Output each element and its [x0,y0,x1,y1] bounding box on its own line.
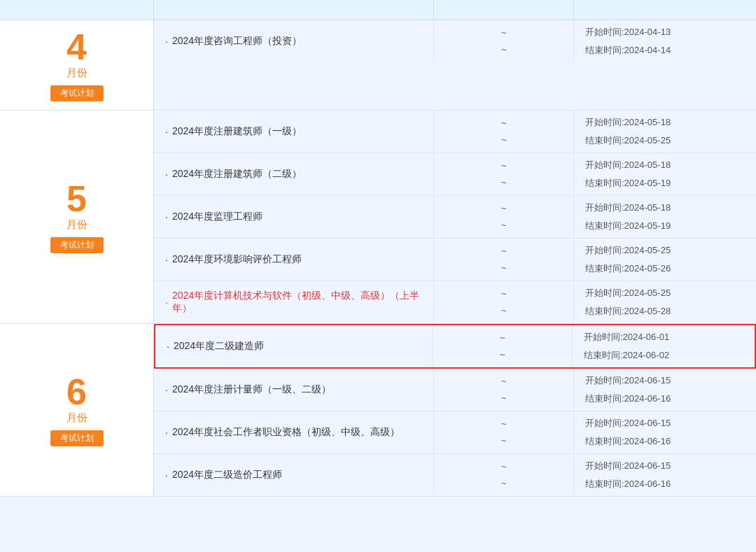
exam-name-2-1: ·2024年度注册计量师（一级、二级） [154,369,434,411]
time-cell-2-3: 开始时间:2024-06-15 结束时间:2024-06-16 [574,454,756,496]
start-time: 开始时间:2024-06-01 [584,328,743,346]
exam-name-1-4: ·2024年度计算机技术与软件（初级、中级、高级）（上半年） [154,281,434,323]
end-time: 结束时间:2024-06-16 [585,432,745,451]
exam-name-1-1: ·2024年度注册建筑师（二级） [154,153,434,195]
time-cell-1-0: 开始时间:2024-05-18 结束时间:2024-05-25 [574,111,756,153]
exam-row-1-4: ·2024年度计算机技术与软件（初级、中级、高级）（上半年） ~ ~ 开始时间:… [154,281,756,323]
end-time: 结束时间:2024-05-19 [585,217,745,235]
month-group-4: 4 月份 考试计划 ·2024年度咨询工程师（投资） ~ ~ 开始时间:2024… [0,20,756,111]
reg-cell-2-2: ~ ~ [434,411,574,453]
end-time: 结束时间:2024-06-16 [585,475,745,493]
exam-name-1-2: ·2024年度监理工程师 [154,196,434,238]
time-cell-2-2: 开始时间:2024-06-15 结束时间:2024-06-16 [574,411,756,453]
exam-name-text: 2024年度监理工程师 [172,211,262,223]
month-number: 4 [66,29,87,65]
month-group-5: 5 月份 考试计划 ·2024年度注册建筑师（一级） ~ ~ 开始时间:2024… [0,111,756,324]
start-time: 开始时间:2024-05-25 [585,241,745,260]
time-cell-1-4: 开始时间:2024-05-25 结束时间:2024-05-28 [574,281,756,323]
start-time: 开始时间:2024-06-15 [585,371,745,390]
end-time: 结束时间:2024-04-14 [585,41,745,59]
month-number: 6 [66,374,87,410]
exam-name-1-3: ·2024年度环境影响评价工程师 [154,239,434,281]
exam-row-2-0: ·2024年度二级建造师 ~ ~ 开始时间:2024-06-01 结束时间:20… [154,324,756,369]
header-reg [434,0,574,20]
exam-name-text: 2024年度二级建造师 [174,340,264,353]
exam-name-text: 2024年度注册计量师（一级、二级） [172,383,331,396]
reg-tilde1: ~ [500,373,506,390]
exam-row-2-2: ·2024年度社会工作者职业资格（初级、中级、高级） ~ ~ 开始时间:2024… [154,411,756,454]
header-time [574,0,756,20]
month-cell-6: 6 月份 考试计划 [0,324,154,496]
exam-row-1-2: ·2024年度监理工程师 ~ ~ 开始时间:2024-05-18 结束时间:20… [154,196,756,239]
exam-name-2-2: ·2024年度社会工作者职业资格（初级、中级、高级） [154,411,434,453]
exam-row-1-1: ·2024年度注册建筑师（二级） ~ ~ 开始时间:2024-05-18 结束时… [154,153,756,196]
exam-name-text: 2024年度注册建筑师（一级） [172,125,302,138]
month-suffix: 月份 [66,66,88,80]
month-number: 5 [66,181,87,217]
reg-tilde2: ~ [500,475,506,492]
exam-row-2-3: ·2024年度二级造价工程师 ~ ~ 开始时间:2024-06-15 结束时间:… [154,454,756,496]
time-cell-1-2: 开始时间:2024-05-18 结束时间:2024-05-19 [574,196,756,238]
reg-tilde2: ~ [500,217,506,234]
exam-row-2-1: ·2024年度注册计量师（一级、二级） ~ ~ 开始时间:2024-06-15 … [154,369,756,411]
end-time: 结束时间:2024-06-16 [585,390,745,408]
reg-cell-2-0: ~ ~ [433,325,573,367]
start-time: 开始时间:2024-05-18 [585,199,745,217]
reg-tilde1: ~ [499,330,505,346]
exam-name-text: 2024年度注册建筑师（二级） [172,168,302,181]
start-time: 开始时间:2024-05-25 [585,284,745,302]
exam-row-1-3: ·2024年度环境影响评价工程师 ~ ~ 开始时间:2024-05-25 结束时… [154,239,756,281]
exam-row-1-0: ·2024年度注册建筑师（一级） ~ ~ 开始时间:2024-05-18 结束时… [154,111,756,153]
table-body: 4 月份 考试计划 ·2024年度咨询工程师（投资） ~ ~ 开始时间:2024… [0,20,756,497]
exam-name-0-0: ·2024年度咨询工程师（投资） [154,20,434,62]
time-cell-1-3: 开始时间:2024-05-25 结束时间:2024-05-26 [574,239,756,281]
start-time: 开始时间:2024-05-18 [585,113,745,132]
start-time: 开始时间:2024-04-13 [585,23,745,41]
month-badge[interactable]: 考试计划 [50,430,104,446]
header-month [0,0,154,20]
start-time: 开始时间:2024-06-15 [585,457,745,475]
reg-tilde1: ~ [500,115,506,132]
reg-tilde2: ~ [499,346,505,363]
exam-name-2-0: ·2024年度二级建造师 [155,325,433,367]
end-time: 结束时间:2024-05-19 [585,174,745,192]
reg-tilde1: ~ [500,243,506,260]
reg-cell-1-2: ~ ~ [434,196,574,238]
reg-cell-1-4: ~ ~ [434,281,574,323]
end-time: 结束时间:2024-06-02 [584,346,743,365]
month-badge[interactable]: 考试计划 [50,237,104,253]
exam-name-text: 2024年度社会工作者职业资格（初级、中级、高级） [172,426,400,439]
reg-tilde1: ~ [500,416,506,432]
reg-tilde1: ~ [500,285,506,302]
header-exam [154,0,434,20]
time-cell-1-1: 开始时间:2024-05-18 结束时间:2024-05-19 [574,153,756,195]
time-cell-2-0: 开始时间:2024-06-01 结束时间:2024-06-02 [573,325,755,367]
rows-col-5: ·2024年度注册建筑师（一级） ~ ~ 开始时间:2024-05-18 结束时… [154,111,756,323]
reg-cell-0-0: ~ ~ [434,20,574,62]
rows-col-6: ·2024年度二级建造师 ~ ~ 开始时间:2024-06-01 结束时间:20… [154,324,756,496]
reg-cell-2-1: ~ ~ [434,369,574,411]
reg-tilde2: ~ [500,41,506,58]
start-time: 开始时间:2024-06-15 [585,414,745,432]
reg-tilde1: ~ [500,157,506,174]
reg-tilde2: ~ [500,432,506,449]
time-cell-0-0: 开始时间:2024-04-13 结束时间:2024-04-14 [574,20,756,62]
reg-cell-1-0: ~ ~ [434,111,574,153]
exam-name-text: 2024年度二级造价工程师 [172,469,282,481]
month-badge[interactable]: 考试计划 [50,85,104,101]
reg-tilde1: ~ [500,24,506,41]
time-cell-2-1: 开始时间:2024-06-15 结束时间:2024-06-16 [574,369,756,411]
table-header [0,0,756,20]
exam-name-text: 2024年度环境影响评价工程师 [172,253,302,266]
month-cell-5: 5 月份 考试计划 [0,111,154,323]
rows-col-4: ·2024年度咨询工程师（投资） ~ ~ 开始时间:2024-04-13 结束时… [154,20,756,110]
reg-tilde2: ~ [500,174,506,191]
exam-name-1-0: ·2024年度注册建筑师（一级） [154,111,434,153]
reg-tilde2: ~ [500,260,506,276]
reg-cell-1-1: ~ ~ [434,153,574,195]
reg-tilde2: ~ [500,132,506,148]
month-suffix: 月份 [66,411,88,425]
exam-name-text: 2024年度计算机技术与软件（初级、中级、高级）（上半年） [172,290,422,315]
end-time: 结束时间:2024-05-28 [585,302,745,320]
end-time: 结束时间:2024-05-26 [585,260,745,278]
